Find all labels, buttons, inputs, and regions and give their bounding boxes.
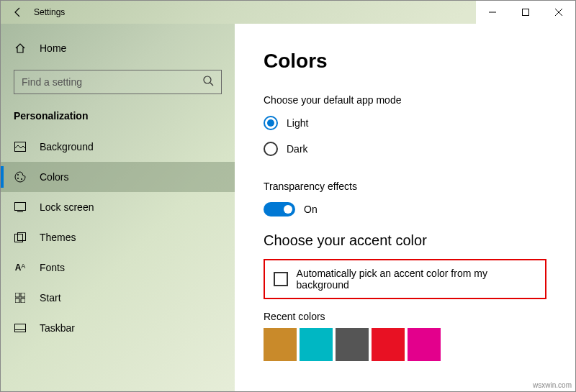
transparency-toggle[interactable] [264, 202, 295, 216]
auto-accent-row-highlight: Automatically pick an accent color from … [264, 259, 546, 299]
svg-point-4 [204, 76, 211, 83]
radio-icon [264, 116, 278, 130]
maximize-icon [522, 9, 529, 16]
fonts-icon: AA [14, 263, 27, 273]
page-title: Colors [264, 50, 575, 73]
sidebar-item-label: Themes [40, 232, 76, 243]
home-icon [14, 42, 27, 54]
transparency-state: On [304, 204, 318, 215]
sidebar-item-label: Background [40, 141, 94, 152]
home-label: Home [40, 42, 66, 54]
radio-dark-label: Dark [287, 143, 308, 155]
color-swatch[interactable] [408, 328, 441, 361]
accent-heading: Choose your accent color [264, 232, 575, 249]
sidebar-item-themes[interactable]: Themes [1, 222, 235, 252]
nav-list: Background Colors Lock screen Themes AA … [1, 132, 235, 343]
close-icon [555, 9, 562, 16]
home-button[interactable]: Home [1, 34, 235, 63]
minimize-icon [489, 9, 496, 16]
svg-rect-18 [15, 324, 26, 332]
search-icon [202, 75, 214, 89]
sidebar-item-label: Start [40, 292, 61, 304]
svg-rect-15 [21, 293, 25, 297]
svg-rect-1 [523, 9, 529, 16]
minimize-button[interactable] [476, 1, 509, 24]
color-swatch[interactable] [372, 328, 405, 361]
app-mode-label: Choose your default app mode [264, 94, 575, 106]
main-panel: Colors Choose your default app mode Ligh… [235, 24, 575, 391]
color-swatch[interactable] [336, 328, 369, 361]
radio-light-label: Light [287, 117, 308, 129]
svg-point-9 [21, 178, 22, 180]
recent-colors [264, 328, 575, 361]
transparency-label: Transparency effects [264, 181, 575, 192]
radio-dark[interactable]: Dark [264, 142, 575, 156]
sidebar-item-label: Fonts [40, 262, 65, 273]
sidebar-item-start[interactable]: Start [1, 283, 235, 313]
sidebar-item-fonts[interactable]: AA Fonts [1, 252, 235, 283]
svg-rect-16 [15, 298, 19, 303]
back-button[interactable] [6, 1, 30, 24]
svg-rect-19 [15, 330, 26, 332]
sidebar: Home Personalization Background Colors L [1, 24, 235, 391]
svg-line-5 [210, 83, 213, 86]
palette-icon [14, 171, 27, 183]
sidebar-item-label: Lock screen [40, 201, 94, 213]
watermark: wsxwin.com [533, 381, 572, 389]
svg-rect-17 [21, 298, 25, 303]
auto-accent-checkbox[interactable] [274, 272, 288, 286]
category-heading: Personalization [1, 104, 235, 132]
lockscreen-icon [14, 202, 27, 212]
sidebar-item-colors[interactable]: Colors [1, 162, 235, 192]
search-input[interactable] [22, 76, 202, 88]
titlebar: Settings [1, 1, 575, 24]
sidebar-item-lockscreen[interactable]: Lock screen [1, 192, 235, 222]
close-button[interactable] [542, 1, 575, 24]
color-swatch[interactable] [264, 328, 297, 361]
svg-rect-10 [15, 203, 26, 211]
maximize-button[interactable] [509, 1, 542, 24]
sidebar-item-label: Colors [40, 171, 68, 183]
radio-icon [264, 142, 278, 156]
themes-icon [14, 232, 27, 242]
picture-icon [14, 142, 27, 152]
taskbar-icon [14, 324, 27, 332]
search-box[interactable] [14, 70, 222, 94]
sidebar-item-label: Taskbar [40, 322, 75, 334]
arrow-left-icon [12, 6, 24, 18]
auto-accent-label: Automatically pick an accent color from … [297, 268, 536, 291]
start-icon [14, 293, 27, 303]
window-title: Settings [34, 7, 65, 17]
radio-light[interactable]: Light [264, 116, 575, 130]
recent-colors-label: Recent colors [264, 311, 575, 322]
sidebar-item-background[interactable]: Background [1, 132, 235, 162]
svg-rect-14 [15, 293, 19, 297]
svg-point-8 [17, 178, 19, 179]
color-swatch[interactable] [300, 328, 333, 361]
sidebar-item-taskbar[interactable]: Taskbar [1, 313, 235, 343]
svg-point-7 [17, 174, 19, 176]
